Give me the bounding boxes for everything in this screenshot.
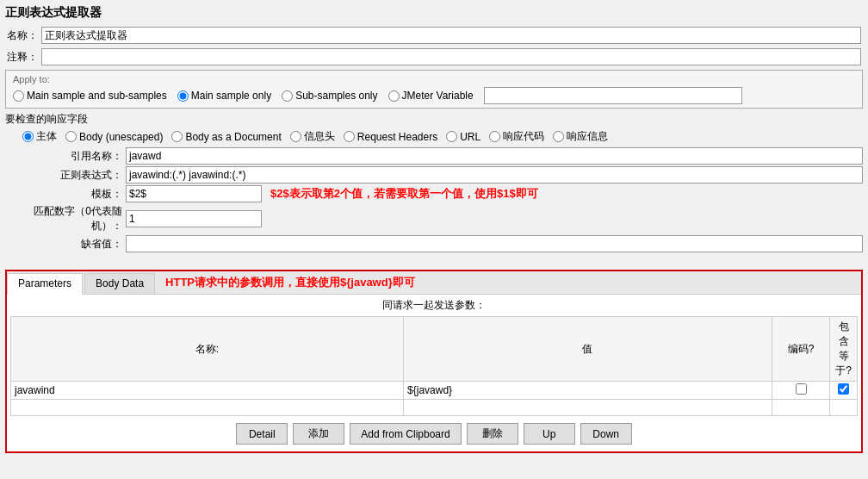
radio-main-sub-input[interactable] [13, 90, 24, 102]
empty-name [11, 400, 404, 416]
table-row: javawind ${javawd} [11, 382, 858, 400]
tab-parameters[interactable]: Parameters [7, 273, 83, 295]
radio-jmeter-var[interactable]: JMeter Variable [388, 90, 474, 102]
empty-value [404, 400, 772, 416]
name-label: 名称： [7, 28, 41, 43]
radio-jmeter-var-input[interactable] [388, 90, 400, 102]
radio-body-label: 主体 [36, 129, 57, 144]
radio-main-only-label: Main sample only [191, 90, 271, 102]
radio-resp-code-input[interactable] [489, 131, 500, 142]
ref-name-input[interactable] [126, 147, 863, 165]
params-section: 同请求一起发送参数： 名称: 值 编码? 包含等于? javawind ${ja… [7, 295, 861, 451]
table-empty-row [11, 400, 858, 416]
apply-to-title: Apply to: [13, 74, 855, 84]
radio-url[interactable]: URL [446, 131, 480, 143]
radio-main-only-input[interactable] [177, 90, 189, 102]
tab-body-data[interactable]: Body Data [84, 273, 155, 294]
radio-resp-code[interactable]: 响应代码 [489, 129, 544, 144]
radio-body-input[interactable] [22, 131, 34, 142]
radio-info-head[interactable]: 信息头 [290, 129, 335, 144]
row-value: ${javawd} [404, 382, 772, 400]
add-clipboard-button[interactable]: Add from Clipboard [350, 423, 461, 445]
radio-body-doc-input[interactable] [171, 131, 183, 142]
radio-sub-only[interactable]: Sub-samples only [282, 90, 377, 102]
radio-sub-only-input[interactable] [282, 90, 293, 102]
radio-url-input[interactable] [446, 131, 457, 142]
field-rows: 引用名称： 正则表达式： 模板： $2$表示取第2个值，若需要取第一个值，使用$… [5, 147, 863, 252]
col-value-header: 值 [404, 317, 772, 382]
panel-title: 正则表达式提取器 [5, 5, 863, 21]
comment-row: 注释： [5, 47, 863, 66]
radio-sub-only-label: Sub-samples only [295, 90, 377, 102]
jmeter-var-input[interactable] [484, 87, 742, 104]
main-container: 正则表达式提取器 名称： 注释： Apply to: Main sample a… [0, 0, 868, 479]
col-include-header: 包含等于? [830, 317, 858, 382]
regex-input[interactable] [126, 166, 863, 184]
ref-name-row: 引用名称： [5, 147, 863, 165]
match-no-row: 匹配数字（0代表随机）： [5, 204, 863, 233]
comment-input[interactable] [41, 48, 861, 65]
radio-info-head-label: 信息头 [304, 129, 335, 144]
params-send-label: 同请求一起发送参数： [10, 298, 858, 313]
table-header-row: 名称: 值 编码? 包含等于? [11, 317, 858, 382]
col-name-header: 名称: [11, 317, 404, 382]
down-button[interactable]: Down [580, 423, 632, 445]
radio-body-doc-label: Body as a Document [185, 131, 281, 143]
radio-body-unescaped-label: Body (unescaped) [79, 131, 163, 143]
response-field-section: 要检查的响应字段 主体 Body (unescaped) Body as a D… [5, 112, 863, 144]
radio-body-unescaped[interactable]: Body (unescaped) [65, 131, 163, 143]
row-name: javawind [11, 382, 404, 400]
template-annotation: $2$表示取第2个值，若需要取第一个值，使用$1$即可 [270, 186, 538, 202]
button-bar: Detail 添加 Add from Clipboard 删除 Up Down [10, 416, 858, 448]
default-input[interactable] [126, 235, 863, 252]
radio-req-headers[interactable]: Request Headers [344, 131, 437, 143]
up-button[interactable]: Up [524, 423, 575, 445]
encode-checkbox[interactable] [796, 383, 807, 395]
radio-body[interactable]: 主体 [22, 129, 57, 144]
response-field-label: 要检查的响应字段 [5, 112, 863, 127]
comment-label: 注释： [7, 50, 41, 65]
tab-bar: Parameters Body Data HTTP请求中的参数调用，直接使用${… [7, 271, 861, 295]
regex-row: 正则表达式： [5, 166, 863, 184]
radio-info-head-input[interactable] [290, 131, 301, 142]
empty-encode [772, 400, 829, 416]
radio-jmeter-var-label: JMeter Variable [402, 90, 474, 102]
radio-req-headers-input[interactable] [344, 131, 355, 142]
radio-main-sub[interactable]: Main sample and sub-samples [13, 90, 167, 102]
template-row: 模板： $2$表示取第2个值，若需要取第一个值，使用$1$即可 [5, 185, 863, 202]
apply-to-radio-group: Main sample and sub-samples Main sample … [13, 87, 855, 104]
match-no-label: 匹配数字（0代表随机）： [5, 204, 126, 233]
apply-to-section: Apply to: Main sample and sub-samples Ma… [5, 70, 863, 109]
name-input[interactable] [41, 27, 861, 44]
radio-url-label: URL [460, 131, 480, 143]
empty-include [830, 400, 858, 416]
row-encode[interactable] [772, 382, 829, 400]
default-label: 缺省值： [5, 237, 126, 252]
template-input[interactable] [126, 185, 262, 202]
regex-label: 正则表达式： [5, 168, 126, 183]
radio-resp-msg-input[interactable] [553, 131, 564, 142]
radio-resp-msg[interactable]: 响应信息 [553, 129, 608, 144]
default-row: 缺省值： [5, 235, 863, 252]
add-button[interactable]: 添加 [293, 423, 344, 445]
radio-resp-msg-label: 响应信息 [567, 129, 608, 144]
name-row: 名称： [5, 26, 863, 45]
row-include[interactable] [830, 382, 858, 400]
delete-button[interactable]: 删除 [467, 423, 518, 445]
radio-resp-code-label: 响应代码 [503, 129, 544, 144]
template-label: 模板： [5, 187, 126, 202]
response-radio-group: 主体 Body (unescaped) Body as a Document 信… [5, 129, 863, 144]
radio-main-sub-label: Main sample and sub-samples [27, 90, 167, 102]
match-no-input[interactable] [126, 210, 262, 227]
radio-body-unescaped-input[interactable] [65, 131, 77, 142]
radio-req-headers-label: Request Headers [357, 131, 437, 143]
detail-button[interactable]: Detail [236, 423, 288, 445]
include-checkbox[interactable] [838, 383, 849, 395]
col-encode-header: 编码? [772, 317, 829, 382]
ref-name-label: 引用名称： [5, 149, 126, 164]
radio-main-only[interactable]: Main sample only [177, 90, 271, 102]
radio-body-doc[interactable]: Body as a Document [171, 131, 281, 143]
bottom-panel: Parameters Body Data HTTP请求中的参数调用，直接使用${… [5, 270, 863, 453]
tab-annotation: HTTP请求中的参数调用，直接使用${javawd}即可 [157, 271, 424, 294]
params-table: 名称: 值 编码? 包含等于? javawind ${javawd} [10, 316, 858, 416]
